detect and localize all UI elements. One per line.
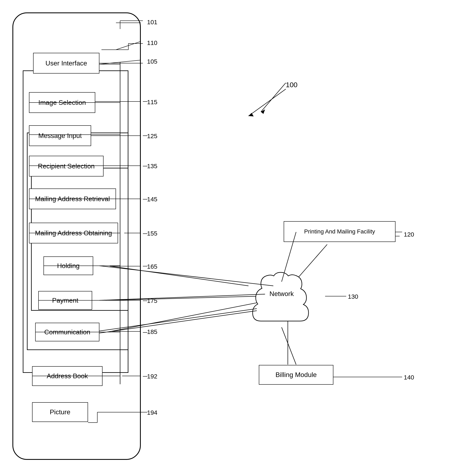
diagram: User Interface Image Selection Message I…	[0, 0, 469, 476]
ref-101: 101	[147, 19, 157, 26]
holding-box: Holding	[44, 256, 93, 275]
picture-label: Picture	[50, 408, 70, 416]
ref-110: 110	[147, 39, 157, 46]
holding-label: Holding	[57, 262, 80, 270]
communication-label: Communication	[44, 328, 90, 336]
ref-105: 105	[147, 58, 157, 65]
ref-192: 192	[147, 373, 157, 380]
address-book-box: Address Book	[32, 366, 102, 386]
arrow-100	[249, 79, 290, 120]
recipient-selection-box: Recipient Selection	[29, 156, 103, 176]
ref-130: 130	[348, 293, 358, 300]
ref-115: 115	[147, 99, 157, 106]
svg-line-66	[282, 327, 296, 365]
billing-module-label: Billing Module	[275, 371, 317, 379]
billing-module-box: Billing Module	[259, 365, 333, 385]
ref-120: 120	[404, 231, 414, 238]
mailing-address-obtaining-label: Mailing Address Obtaining	[35, 229, 112, 237]
image-selection-box: Image Selection	[29, 92, 95, 113]
printing-mailing-label: Printing And Mailing Facility	[304, 228, 375, 235]
user-interface-box: User Interface	[33, 53, 99, 73]
printing-mailing-box: Printing And Mailing Facility	[284, 221, 396, 242]
user-interface-label: User Interface	[46, 59, 87, 67]
ref-125: 125	[147, 133, 157, 140]
message-input-box: Message Input	[29, 125, 91, 146]
recipient-selection-label: Recipient Selection	[38, 162, 95, 170]
svg-line-30	[261, 83, 286, 112]
mailing-address-retrieval-box: Mailing Address Retrieval	[29, 188, 116, 209]
payment-label: Payment	[52, 297, 78, 304]
svg-marker-31	[261, 109, 265, 114]
ref-194: 194	[147, 409, 157, 416]
mailing-address-retrieval-label: Mailing Address Retrieval	[35, 195, 110, 203]
ref-135: 135	[147, 163, 157, 170]
ref-175: 175	[147, 297, 157, 304]
network-label: Network	[269, 290, 294, 298]
mailing-address-obtaining-box: Mailing Address Obtaining	[29, 223, 118, 243]
ref-165: 165	[147, 263, 157, 270]
communication-box: Communication	[35, 323, 99, 341]
ref-145: 145	[147, 196, 157, 203]
picture-box: Picture	[32, 402, 88, 422]
ref-140: 140	[404, 374, 414, 381]
network-container: Network	[249, 271, 315, 327]
ref-155: 155	[147, 230, 157, 237]
message-input-label: Message Input	[38, 132, 82, 140]
image-selection-label: Image Selection	[38, 99, 86, 106]
network-cloud-svg	[249, 271, 315, 327]
ref-185: 185	[147, 328, 157, 335]
address-book-label: Address Book	[47, 372, 88, 380]
payment-box: Payment	[38, 291, 92, 310]
